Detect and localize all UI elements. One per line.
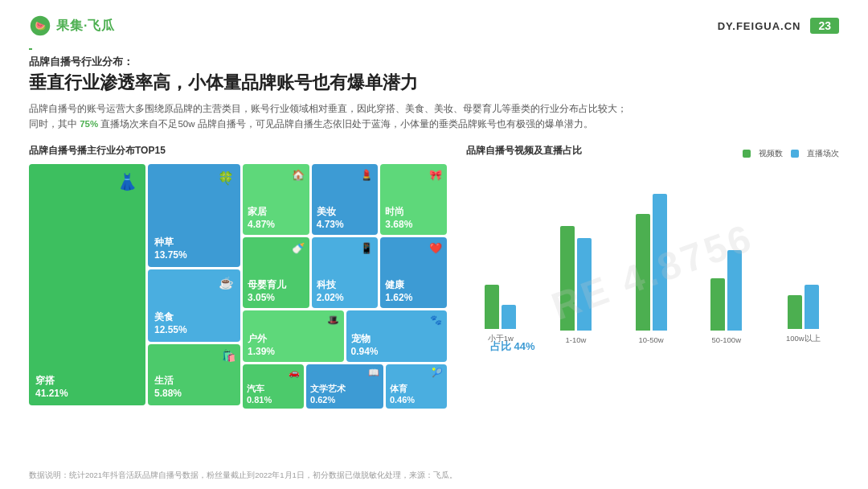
legend-live-label: 直播场次 (807, 148, 839, 159)
page-number: 23 (810, 18, 839, 34)
cell-wenxue-value: 0.62% (310, 395, 379, 405)
bar-pair-3 (636, 194, 667, 331)
cell-shishang-value: 3.68% (385, 219, 442, 230)
cell-chongwu-value: 0.94% (351, 346, 443, 357)
cell-meishi-value: 12.55% (154, 324, 234, 335)
cell-huwai-value: 1.39% (248, 346, 339, 357)
left-chart-title: 品牌自播号播主行业分布TOP15 (29, 144, 447, 158)
cell-qiche-icon: 🚗 (289, 368, 300, 378)
bar-live-5 (805, 285, 819, 329)
cell-shishang-icon: 🎀 (429, 169, 442, 181)
divider (29, 48, 839, 50)
logo-text: 果集·飞瓜 (56, 18, 115, 35)
domain-text: DY.FEIGUA.CN (718, 20, 801, 32)
svg-text:🍉: 🍉 (35, 20, 47, 31)
cell-shenghuo: 🛍️ 生活 5.88% (148, 344, 240, 405)
treemap-row1: 🏠 家居 4.87% 💄 美妆 4.73% 🎀 时尚 3.68% (243, 164, 447, 235)
cell-muying-value: 3.05% (248, 292, 305, 303)
bar-group-5: 100w以上 (786, 285, 821, 344)
cell-chongwu-label: 宠物 (351, 333, 443, 346)
bar-video-1 (485, 285, 499, 329)
bar-label-5: 100w以上 (786, 334, 821, 344)
bar-label-4: 50-100w (712, 335, 741, 344)
cell-meishi-label: 美食 (154, 311, 234, 324)
page: 🍉 果集·飞瓜 DY.FEIGUA.CN 23 品牌自播号行业分布： 垂直行业渗… (0, 0, 868, 489)
header-right: DY.FEIGUA.CN 23 (718, 18, 839, 34)
bar-live-1 (502, 305, 516, 329)
cell-meishi-icon: ☕ (219, 276, 234, 290)
cell-keji-value: 2.02% (317, 292, 374, 303)
cell-jiankang: ❤️ 健康 1.62% (380, 237, 447, 308)
cell-shenghuo-value: 5.88% (154, 388, 234, 399)
bar-chart-area: RE 4.8756 小于1w (466, 167, 839, 376)
bar-chart-inner: 小于1w 1-10w (466, 167, 839, 344)
cell-meishi: ☕ 美食 12.55% (148, 269, 240, 342)
legend-live-dot (791, 150, 799, 158)
cell-zhongcao-value: 13.75% (154, 249, 234, 261)
bar-video-5 (788, 295, 802, 329)
cell-wenxue-label: 文学艺术 (310, 383, 379, 394)
cell-chongwu: 🐾 宠物 0.94% (346, 310, 448, 362)
right-chart-title: 品牌自播号视频及直播占比 (466, 144, 582, 158)
bar-live-3 (653, 194, 667, 331)
bar-label-2: 1-10w (566, 335, 587, 344)
cell-shishang: 🎀 时尚 3.68% (380, 164, 447, 235)
cell-qiche-value: 0.81% (247, 395, 300, 405)
cell-meizhuang: 💄 美妆 4.73% (312, 164, 379, 235)
cell-qiche: 🚗 汽车 0.81% (243, 364, 304, 409)
treemap: 👗 穿搭 41.21% 🍀 种草 13.75% ☕ 美食 1 (29, 164, 447, 405)
cell-keji-label: 科技 (317, 279, 374, 292)
left-chart: 品牌自播号播主行业分布TOP15 👗 穿搭 41.21% 🍀 种草 13.75 (29, 144, 447, 405)
cell-chongwu-icon: 🐾 (430, 314, 442, 326)
percent-label: 占比 44% (490, 339, 535, 354)
bar-group-1: 小于1w (485, 285, 516, 344)
legend-row: 视频数 直播场次 (743, 148, 839, 159)
chart-header-row: 品牌自播号视频及直播占比 视频数 直播场次 (466, 144, 839, 164)
cell-tiyu-icon: 🎾 (432, 368, 443, 378)
cell-zhongcao: 🍀 种草 13.75% (148, 164, 240, 267)
cell-meizhuang-icon: 💄 (360, 169, 373, 181)
cell-huwai: 🎩 户外 1.39% (243, 310, 344, 362)
cell-meizhuang-label: 美妆 (317, 206, 374, 219)
footer: 数据说明：统计2021年抖音活跃品牌自播号数据，粉丝量截止到2022年1月1日，… (29, 471, 457, 481)
cell-chuanda-icon: 👗 (117, 172, 137, 191)
charts-row: 品牌自播号播主行业分布TOP15 👗 穿搭 41.21% 🍀 种草 13.75 (29, 144, 839, 405)
bar-video-3 (636, 214, 650, 331)
cell-jiaju-label: 家居 (248, 206, 305, 219)
cell-jiaju: 🏠 家居 4.87% (243, 164, 309, 235)
header: 🍉 果集·飞瓜 DY.FEIGUA.CN 23 (29, 14, 839, 37)
bar-live-2 (577, 238, 592, 331)
cell-chuanda: 👗 穿搭 41.21% (29, 164, 145, 405)
bar-pair-4 (710, 250, 742, 331)
logo-icon: 🍉 (29, 14, 51, 37)
bar-live-4 (727, 250, 742, 331)
cell-muying-label: 母婴育儿 (248, 279, 305, 292)
cell-tiyu-label: 体育 (390, 383, 443, 394)
cell-jiaju-icon: 🏠 (292, 169, 305, 181)
cell-keji: 📱 科技 2.02% (312, 237, 379, 308)
cell-chuanda-label: 穿搭 (35, 375, 139, 388)
bar-label-3: 10-50w (639, 335, 664, 344)
logo: 🍉 果集·飞瓜 (29, 14, 115, 37)
section-label: 品牌自播号行业分布： (29, 55, 839, 69)
treemap-row3: 🎩 户外 1.39% 🐾 宠物 0.94% (243, 310, 447, 362)
right-chart: 品牌自播号视频及直播占比 视频数 直播场次 RE 4.8756 (466, 144, 839, 376)
treemap-row4: 🚗 汽车 0.81% 📖 文学艺术 0.62% 🎾 体育 0.46 (243, 364, 447, 409)
legend-video-dot (743, 150, 751, 158)
bar-group-4: 50-100w (710, 250, 742, 344)
treemap-col1: 👗 穿搭 41.21% (29, 164, 145, 405)
cell-tiyu-value: 0.46% (390, 395, 443, 405)
cell-jiankang-label: 健康 (385, 279, 442, 292)
cell-muying-icon: 🍼 (292, 242, 305, 254)
treemap-col2: 🍀 种草 13.75% ☕ 美食 12.55% 🛍️ 生活 5.88% (148, 164, 240, 405)
cell-shenghuo-icon: 🛍️ (222, 349, 235, 362)
cell-jiankang-value: 1.62% (385, 292, 442, 303)
cell-jiankang-icon: ❤️ (429, 242, 442, 254)
bar-video-4 (710, 278, 725, 331)
cell-shishang-label: 时尚 (385, 206, 442, 219)
cell-meizhuang-value: 4.73% (317, 219, 374, 230)
bar-pair-1 (485, 285, 516, 329)
cell-muying: 🍼 母婴育儿 3.05% (243, 237, 309, 308)
bar-pair-2 (560, 226, 592, 331)
cell-chuanda-value: 41.21% (35, 388, 139, 399)
